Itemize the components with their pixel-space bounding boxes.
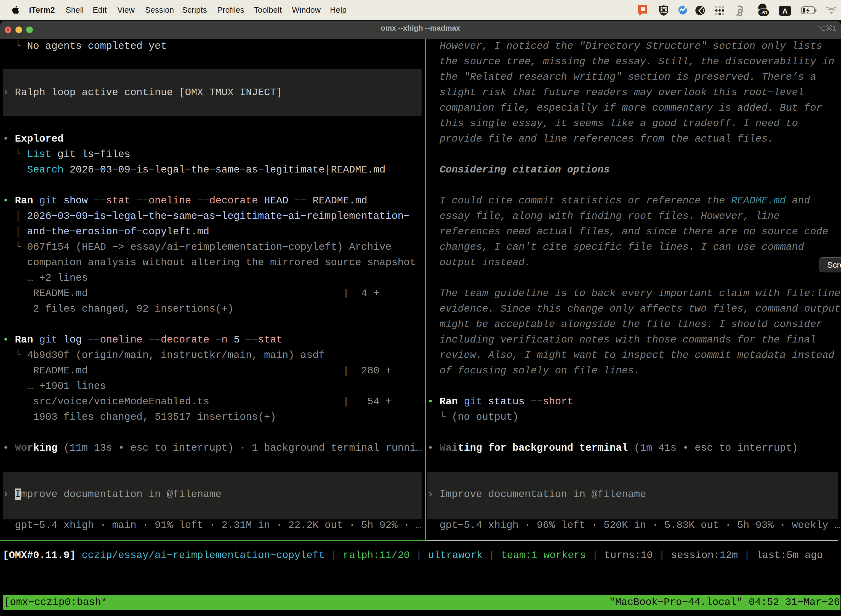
svg-text:..61: ..61	[760, 10, 767, 15]
svg-text:A: A	[782, 7, 788, 15]
